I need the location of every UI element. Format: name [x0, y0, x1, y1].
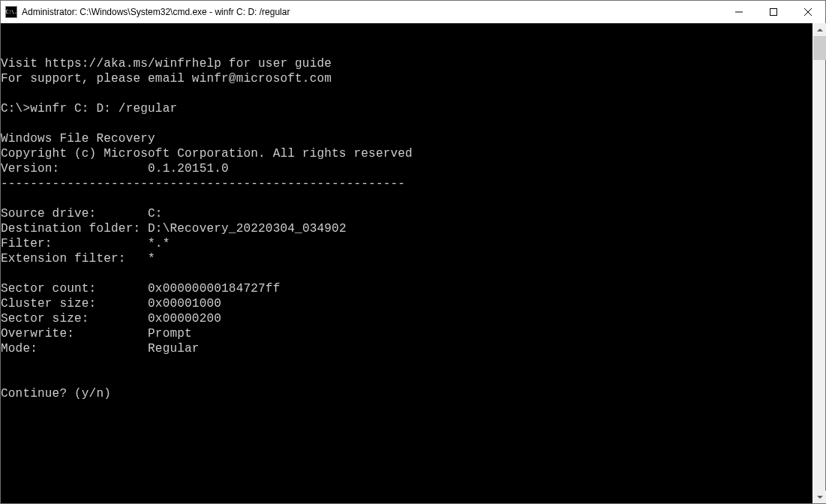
mode-label: Mode:: [1, 342, 38, 356]
dest-folder-value: D:\Recovery_20220304_034902: [148, 222, 347, 236]
ext-filter-value: *: [148, 252, 155, 266]
scrollbar-thumb[interactable]: [813, 36, 826, 60]
close-button[interactable]: [791, 1, 825, 23]
close-icon: [804, 8, 812, 16]
maximize-button[interactable]: [756, 1, 791, 23]
sector-size-label: Sector size:: [1, 312, 89, 326]
support-line: For support, please email winfr@microsof…: [1, 72, 332, 86]
app-header: Windows File Recovery: [1, 132, 155, 146]
copyright-line: Copyright (c) Microsoft Corporation. All…: [1, 147, 413, 160]
cluster-size-label: Cluster size:: [1, 297, 96, 310]
cmd-window: C:\. Administrator: C:\Windows\System32\…: [0, 0, 826, 504]
vertical-scrollbar[interactable]: [812, 23, 825, 503]
scroll-down-button[interactable]: [813, 490, 826, 503]
chevron-up-icon: [817, 28, 823, 32]
window-title: Administrator: C:\Windows\System32\cmd.e…: [22, 7, 722, 17]
terminal-output[interactable]: Visit https://aka.ms/winfrhelp for user …: [1, 23, 812, 503]
titlebar[interactable]: C:\. Administrator: C:\Windows\System32\…: [1, 1, 825, 23]
filter-value: *.*: [148, 237, 170, 250]
cmd-icon-text: C:\.: [6, 10, 17, 15]
scrollbar-track[interactable]: [813, 36, 825, 490]
sector-count-label: Sector count:: [1, 282, 96, 296]
window-controls: [722, 1, 825, 23]
scroll-up-button[interactable]: [813, 23, 826, 36]
prompt-line: C:\>winfr C: D: /regular: [1, 102, 177, 116]
version-label: Version:: [1, 162, 59, 176]
minimize-button[interactable]: [722, 1, 756, 23]
cluster-size-value: 0x00001000: [148, 297, 221, 310]
cmd-icon: C:\.: [5, 6, 17, 18]
overwrite-label: Overwrite:: [1, 327, 74, 340]
sector-count-value: 0x00000000184727ff: [148, 282, 280, 296]
mode-value: Regular: [148, 342, 200, 356]
minimize-icon: [735, 8, 743, 16]
source-drive-value: C:: [148, 207, 163, 220]
client-area: Visit https://aka.ms/winfrhelp for user …: [1, 23, 825, 503]
dest-folder-label: Destination folder:: [1, 222, 140, 236]
continue-prompt: Continue? (y/n): [1, 387, 111, 400]
ext-filter-label: Extension filter:: [1, 252, 126, 266]
version-value: 0.1.20151.0: [148, 162, 229, 176]
chevron-down-icon: [817, 496, 823, 499]
overwrite-value: Prompt: [148, 327, 192, 340]
divider-line: ----------------------------------------…: [1, 177, 405, 190]
svg-rect-1: [770, 9, 777, 16]
source-drive-label: Source drive:: [1, 207, 96, 220]
help-line: Visit https://aka.ms/winfrhelp for user …: [1, 57, 332, 70]
maximize-icon: [770, 8, 777, 16]
filter-label: Filter:: [1, 237, 53, 250]
sector-size-value: 0x00000200: [148, 312, 221, 326]
